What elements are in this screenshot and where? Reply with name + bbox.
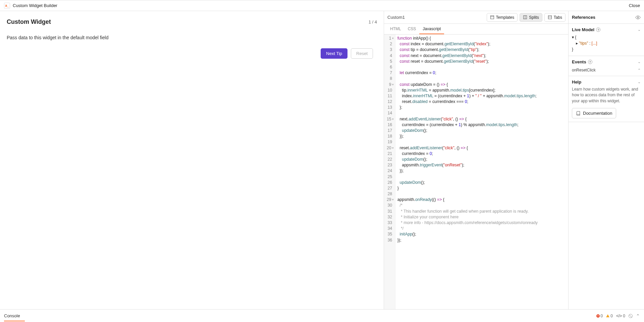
live-model-json[interactable]: ▾ { ▸ "tips" : [...] } <box>572 34 641 52</box>
splits-icon <box>523 15 527 19</box>
chevron-down-icon: ⌄ <box>638 80 641 84</box>
event-item[interactable]: onResetClick ⌃ <box>572 66 641 72</box>
events-section: Events ? ⌄ onResetClick ⌃ <box>569 56 644 76</box>
preview-panel: Custom Widget 1 / 4 Pass data to this wi… <box>0 11 384 309</box>
chevron-down-icon: ⌄ <box>638 28 641 32</box>
chevron-up-icon: ⌃ <box>638 68 641 72</box>
live-model-section: Live Model ? ⌄ ▾ { ▸ "tips" : [...] } <box>569 24 644 56</box>
tip-text: Pass data to this widget in the default … <box>7 35 377 40</box>
tabs-button[interactable]: Tabs <box>544 13 566 22</box>
widget-title: Custom Widget <box>7 18 51 25</box>
tip-counter: 1 / 4 <box>369 19 377 24</box>
app-title: Custom Widget Builder <box>13 3 57 8</box>
help-section: Help ⌄ Learn how custom widgets work, an… <box>569 76 644 122</box>
editor-panel: Custom1 Templates Splits Tabs HTML CSS J… <box>384 11 569 309</box>
live-model-header[interactable]: Live Model ? ⌄ <box>572 27 641 32</box>
close-button[interactable]: Close <box>629 3 640 8</box>
svg-rect-0 <box>490 16 494 19</box>
code-editor[interactable]: 1▾2 3 4 5 6 7 8 9▾10 11 12 13 14 15▾16 1… <box>384 35 568 309</box>
tabs-icon <box>548 15 552 19</box>
references-panel: References Live Model ? ⌄ ▾ { ▸ "tips" :… <box>569 11 644 309</box>
appsmith-logo-icon: a_ <box>4 3 10 9</box>
events-header[interactable]: Events ? ⌄ <box>572 59 641 64</box>
tab-html[interactable]: HTML <box>387 24 405 34</box>
tab-javascript[interactable]: Javascript <box>419 24 444 34</box>
svg-point-6 <box>637 17 639 18</box>
chevron-down-icon: ⌄ <box>638 60 641 64</box>
widget-name: Custom1 <box>387 15 405 20</box>
visibility-icon[interactable] <box>635 15 641 20</box>
templates-button[interactable]: Templates <box>487 13 518 22</box>
help-icon[interactable]: ? <box>596 28 600 32</box>
svg-rect-4 <box>548 16 551 19</box>
help-header[interactable]: Help ⌄ <box>572 79 641 85</box>
editor-tabs: HTML CSS Javascript <box>384 24 568 35</box>
book-icon <box>576 111 581 116</box>
splits-button[interactable]: Splits <box>520 13 542 22</box>
reset-button[interactable]: Reset <box>351 48 373 59</box>
help-text: Learn how custom widgets work, and how t… <box>572 87 641 104</box>
documentation-button[interactable]: Documentation <box>572 108 616 118</box>
help-icon[interactable]: ? <box>588 60 592 64</box>
next-tip-button[interactable]: Next Tip <box>321 48 347 59</box>
references-title: References <box>572 15 595 20</box>
templates-icon <box>490 15 494 19</box>
app-header: a_ Custom Widget Builder Close <box>0 0 644 11</box>
tab-css[interactable]: CSS <box>405 24 420 34</box>
